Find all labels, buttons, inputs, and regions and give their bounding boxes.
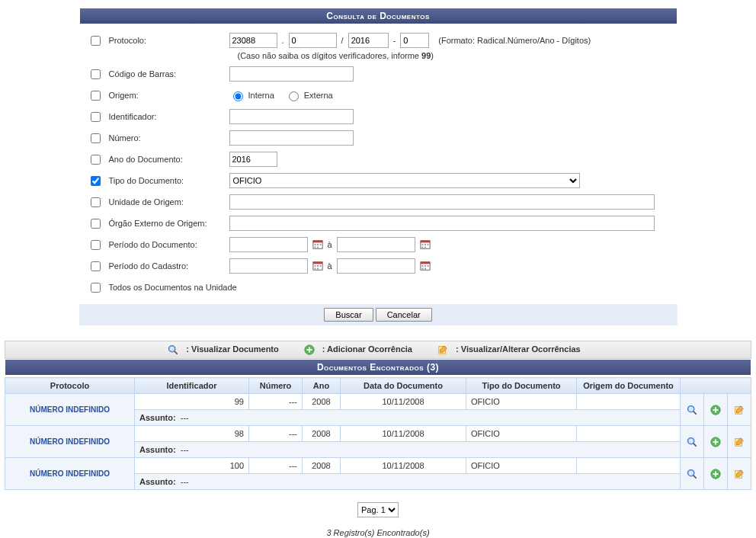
cell-assunto: Assunto: --- [135,474,681,490]
buscar-button[interactable]: Buscar [324,308,373,322]
plus-icon [304,344,315,355]
th-data: Data do Documento [341,378,466,394]
table-row: NÚMERO INDEFINIDO100---200810/11/2008OFI… [5,458,751,474]
orgao-label: Órgão Externo de Origem: [109,219,207,228]
percad-label: Período do Cadastro: [109,261,189,271]
cell-tipo: OFICIO [466,426,577,442]
th-protocolo: Protocolo [5,378,135,394]
cancelar-button[interactable]: Cancelar [376,308,432,322]
cell-origem [577,394,681,410]
ano-label: Ano do Documento: [109,155,183,164]
edit-icon[interactable] [734,437,745,447]
todos-checkbox[interactable] [91,283,101,293]
origem-interna-label: Interna [248,91,274,100]
unidade-input[interactable] [229,194,655,210]
th-ano: Ano [303,378,341,394]
cell-numero: --- [249,394,303,410]
records-found: 3 Registro(s) Encontrado(s) [5,528,751,537]
page-select[interactable]: Pag. 1 [357,502,399,517]
cell-numero: --- [249,426,303,442]
numero-checkbox[interactable] [91,133,101,143]
origem-externa-radio[interactable] [289,91,299,101]
origem-label: Origem: [109,91,139,100]
th-tipo: Tipo do Documento [466,378,577,394]
form-title: Consulta de Documentos [79,8,678,24]
cell-identificador: 100 [135,458,249,474]
cell-data: 10/11/2008 [341,426,466,442]
protocolo-radical[interactable] [229,33,277,48]
perdoc-label: Período do Documento: [109,240,197,249]
view-icon[interactable] [687,469,697,479]
protocolo-ano[interactable] [348,33,389,48]
protocolo-label: Protocolo: [109,36,147,45]
todos-label: Todos os Documentos na Unidade [109,283,237,292]
percad-to[interactable] [337,258,415,274]
ano-input[interactable] [229,152,277,167]
protocolo-checkbox[interactable] [91,36,101,46]
protocolo-format: (Formato: Radical.Número/Ano - Dígitos) [438,36,591,45]
tipo-checkbox[interactable] [91,176,101,186]
legend-bar: : Visualizar Documento : Adicionar Ocorr… [5,341,751,359]
view-icon[interactable] [687,405,697,415]
perdoc-sep: à [328,240,332,249]
numero-label: Número: [109,133,141,143]
numero-input[interactable] [229,130,354,146]
orgao-input[interactable] [229,216,655,231]
percad-checkbox[interactable] [91,261,101,271]
cell-protocolo[interactable]: NÚMERO INDEFINIDO [5,394,135,426]
identificador-checkbox[interactable] [91,112,101,122]
codigo-label: Código de Barras: [109,69,177,78]
cell-origem [577,426,681,442]
cell-tipo: OFICIO [466,394,577,410]
cell-tipo: OFICIO [466,458,577,474]
th-origem: Origem do Documento [577,378,681,394]
perdoc-to[interactable] [337,237,415,252]
add-icon[interactable] [710,405,721,415]
view-icon[interactable] [687,437,697,447]
cell-ano: 2008 [303,426,341,442]
unidade-checkbox[interactable] [91,197,101,207]
cell-assunto: Assunto: --- [135,410,681,426]
origem-checkbox[interactable] [91,91,101,101]
edit-icon [437,344,448,355]
protocolo-hint: (Caso não saiba os dígitos verificadores… [88,51,669,63]
protocolo-digitos[interactable] [400,33,429,48]
codigo-checkbox[interactable] [91,69,101,79]
calendar-icon[interactable] [420,261,431,271]
cell-data: 10/11/2008 [341,394,466,410]
tipo-select[interactable]: OFICIO [229,173,580,188]
add-icon[interactable] [710,437,721,447]
cell-identificador: 99 [135,394,249,410]
orgao-checkbox[interactable] [91,219,101,229]
tipo-label: Tipo do Documento: [109,176,184,185]
percad-from[interactable] [229,258,308,274]
cell-protocolo[interactable]: NÚMERO INDEFINIDO [5,458,135,490]
calendar-icon[interactable] [312,239,323,250]
cell-ano: 2008 [303,458,341,474]
codigo-input[interactable] [229,66,354,82]
table-row: NÚMERO INDEFINIDO98---200810/11/2008OFIC… [5,426,751,442]
cell-numero: --- [249,458,303,474]
perdoc-checkbox[interactable] [91,240,101,250]
cell-data: 10/11/2008 [341,458,466,474]
results-title: Documentos Encontrados (3) [5,359,751,376]
unidade-label: Unidade de Origem: [109,197,184,207]
th-identificador: Identificador [135,378,249,394]
origem-interna-radio[interactable] [233,91,243,101]
cell-ano: 2008 [303,394,341,410]
calendar-icon[interactable] [312,261,323,271]
edit-icon[interactable] [734,469,745,479]
cell-assunto: Assunto: --- [135,442,681,458]
calendar-icon[interactable] [420,239,431,250]
cell-identificador: 98 [135,426,249,442]
table-row: NÚMERO INDEFINIDO99---200810/11/2008OFIC… [5,394,751,410]
cell-protocolo[interactable]: NÚMERO INDEFINIDO [5,426,135,458]
identificador-input[interactable] [229,109,354,124]
ano-checkbox[interactable] [91,155,101,165]
percad-sep: à [328,261,332,271]
perdoc-from[interactable] [229,237,308,252]
th-numero: Número [249,378,303,394]
edit-icon[interactable] [734,405,745,415]
add-icon[interactable] [710,469,721,479]
protocolo-numero[interactable] [289,33,337,48]
